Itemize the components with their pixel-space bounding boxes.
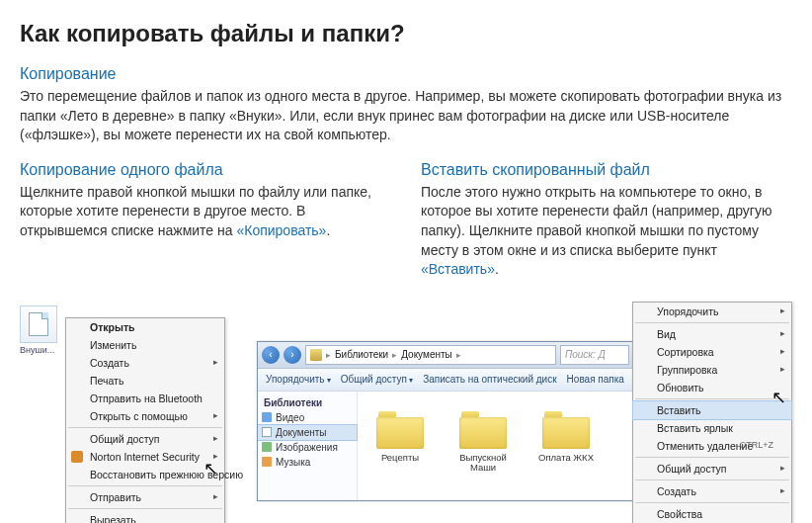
context-menu-blank-item[interactable]: Сортировка: [633, 343, 791, 361]
menu-item-label: Общий доступ: [90, 433, 160, 445]
context-menu-file-item[interactable]: Открыть с помощью: [66, 407, 224, 425]
context-menu-blank-separator: [635, 479, 789, 480]
sidebar-item[interactable]: Изображения: [258, 440, 357, 455]
context-menu-file-item[interactable]: Восстановить прежнюю версию: [66, 466, 224, 483]
folder-label: Оплата ЖКХ: [538, 453, 594, 463]
menu-item-label: Вставить ярлык: [657, 422, 733, 434]
context-menu-file-item[interactable]: Печать: [66, 372, 224, 390]
context-menu-file-item[interactable]: Отправить: [66, 488, 224, 506]
folder-icon: [542, 411, 590, 449]
section-body-copy: Это перемещение файлов и папок из одного…: [20, 87, 792, 145]
context-menu-file-item[interactable]: Вырезать: [66, 511, 224, 523]
folder-label: Рецепты: [381, 453, 419, 463]
explorer-address-bar: ‹ › ▸ Библиотеки ▸ Документы ▸ Поиск: Д: [258, 342, 633, 369]
document-icon: [29, 312, 48, 336]
context-menu-file-item[interactable]: Отправить на Bluetooth: [66, 390, 224, 407]
mus-icon: [262, 457, 272, 467]
path-separator: ▸: [456, 350, 461, 360]
sidebar-header[interactable]: Библиотеки: [258, 395, 357, 410]
context-menu-file-item[interactable]: Общий доступ: [66, 430, 224, 448]
path-box[interactable]: ▸ Библиотеки ▸ Документы ▸: [305, 345, 556, 365]
context-menu-blank-item[interactable]: Свойства: [633, 505, 791, 523]
folder-icon: [459, 411, 507, 449]
context-menu-file-separator: [68, 508, 222, 509]
context-menu-file-item[interactable]: Открыть: [66, 318, 224, 336]
context-menu-blank-item[interactable]: Вид: [633, 325, 791, 343]
vid-icon: [262, 412, 272, 422]
sidebar-item[interactable]: Документы: [258, 425, 357, 440]
context-menu-file-item[interactable]: Norton Internet Security: [66, 448, 224, 466]
text-fragment: .: [326, 222, 330, 238]
path-separator: ▸: [326, 350, 331, 360]
toolbar-item[interactable]: Упорядочить: [266, 374, 331, 385]
section-heading-copy: Копирование: [20, 65, 792, 83]
menu-item-label: Общий доступ: [657, 463, 727, 475]
menu-item-label: Создать: [90, 357, 129, 369]
context-menu-file-item[interactable]: Создать: [66, 354, 224, 372]
sidebar-item-label: Документы: [276, 427, 327, 438]
section-heading-copy-one: Копирование одного файла: [20, 161, 391, 179]
menu-item-label: Вырезать: [90, 514, 136, 523]
path-segment[interactable]: Документы: [401, 349, 452, 360]
text-fragment: .: [495, 261, 499, 277]
menu-item-label: Печать: [90, 375, 123, 387]
menu-item-label: Обновить: [657, 382, 704, 393]
context-menu-blank-item[interactable]: Обновить: [633, 379, 791, 396]
context-menu-file: ОткрытьИзменитьСоздатьПечатьОтправить на…: [65, 317, 225, 523]
folder-icon: [376, 411, 424, 449]
figure-copy-context-menu: Внуши... ОткрытьИзменитьСоздатьПечатьОтп…: [20, 302, 237, 519]
file-thumbnail[interactable]: [20, 305, 57, 343]
toolbar-item[interactable]: Новая папка: [567, 374, 624, 385]
section-body-paste: После этого нужно открыть на компьютере …: [421, 183, 792, 280]
path-segment[interactable]: Библиотеки: [335, 349, 388, 360]
sidebar-item[interactable]: Видео: [258, 410, 357, 425]
text-fragment: После этого нужно открыть на компьютере …: [421, 184, 771, 258]
menu-item-label: Открыть с помощью: [90, 410, 188, 422]
context-menu-blank-separator: [635, 322, 789, 323]
context-menu-blank-item[interactable]: Упорядочить: [633, 303, 791, 320]
context-menu-file-item[interactable]: Изменить: [66, 336, 224, 354]
sidebar-item[interactable]: Музыка: [258, 455, 357, 470]
folder-label: Выпускной Маши: [450, 453, 516, 474]
toolbar-item[interactable]: Общий доступ: [341, 374, 413, 385]
menu-item-label: Отправить на Bluetooth: [90, 392, 203, 404]
folder-item[interactable]: Оплата ЖКХ: [533, 411, 599, 480]
context-menu-blank-separator: [635, 502, 789, 503]
img-icon: [262, 442, 272, 452]
context-menu-blank-item[interactable]: Вставить ярлык: [633, 419, 791, 437]
context-menu-blank-item[interactable]: Отменить удалениеCTRL+Z: [633, 437, 791, 455]
app-icon: [71, 451, 83, 463]
menu-item-label: Упорядочить: [657, 305, 718, 317]
context-menu-blank-item[interactable]: Группировка: [633, 361, 791, 379]
library-icon: [310, 349, 322, 361]
search-input[interactable]: Поиск: Д: [560, 345, 629, 365]
menu-item-label: Отменить удаление: [657, 440, 753, 452]
menu-item-label: Восстановить прежнюю версию: [90, 469, 243, 480]
menu-item-label: Свойства: [657, 508, 702, 520]
context-menu-file-separator: [68, 427, 222, 428]
context-menu-blank-item[interactable]: Вставить: [633, 401, 791, 419]
context-menu-blank-item[interactable]: Создать: [633, 482, 791, 500]
folder-item[interactable]: Рецепты: [367, 411, 433, 480]
menu-item-label: Вид: [657, 328, 676, 340]
sidebar-item-label: Видео: [276, 412, 304, 423]
folder-item[interactable]: Выпускной Маши: [450, 411, 516, 480]
back-button[interactable]: ‹: [262, 346, 280, 364]
menu-item-label: Создать: [657, 485, 696, 497]
menu-item-label: Отправить: [90, 491, 141, 503]
figure-explorer-paste: ‹ › ▸ Библиотеки ▸ Документы ▸ Поиск: Д …: [257, 302, 792, 519]
sidebar-item-label: Изображения: [276, 442, 338, 453]
menu-item-label: Открыть: [90, 321, 135, 333]
keyboard-shortcut: CTRL+Z: [740, 440, 773, 450]
menu-item-label: Изменить: [90, 339, 136, 351]
context-menu-blank-item[interactable]: Общий доступ: [633, 460, 791, 478]
page-title: Как копировать файлы и папки?: [20, 20, 792, 47]
section-heading-paste: Вставить скопированный файл: [421, 161, 792, 179]
explorer-main[interactable]: РецептыВыпускной МашиОплата ЖКХ: [358, 392, 633, 500]
forward-button[interactable]: ›: [284, 346, 301, 364]
menu-item-label: Вставить: [657, 404, 701, 416]
context-menu-blank-separator: [635, 457, 789, 458]
section-body-copy-one: Щелкните правой кнопкой мышки по файлу и…: [20, 183, 391, 241]
context-menu-blank: УпорядочитьВидСортировкаГруппировкаОбнов…: [632, 302, 792, 523]
toolbar-item[interactable]: Записать на оптический диск: [423, 374, 556, 385]
